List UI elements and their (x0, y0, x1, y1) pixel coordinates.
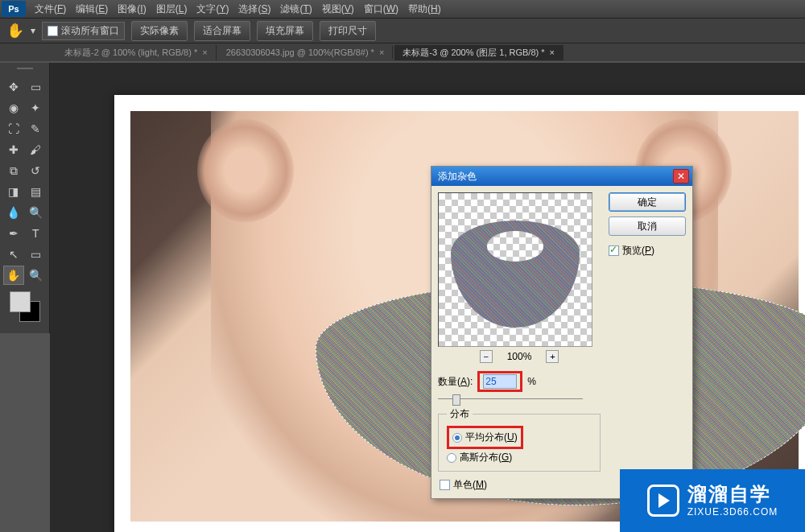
close-button[interactable]: ✕ (673, 169, 689, 184)
dialog-titlebar[interactable]: 添加杂色 ✕ (431, 167, 692, 186)
pen-tool[interactable]: ✒ (3, 224, 24, 243)
menu-layer[interactable]: 图层(L) (151, 0, 192, 19)
gaussian-radio[interactable]: 高斯分布(G) (447, 449, 592, 466)
print-size-button[interactable]: 打印尺寸 (320, 21, 376, 41)
distribution-group: 分布 平均分布(U) 高斯分布(G) (438, 407, 601, 472)
fit-screen-button[interactable]: 适合屏幕 (194, 21, 250, 41)
scroll-all-label: 滚动所有窗口 (61, 24, 119, 38)
type-tool[interactable]: T (26, 224, 47, 243)
zoom-tool[interactable]: 🔍 (26, 266, 47, 285)
checkbox-icon[interactable] (47, 26, 58, 36)
menu-file[interactable]: 文件(F) (30, 0, 71, 19)
checkbox-icon[interactable] (440, 480, 450, 490)
radio-icon[interactable] (452, 433, 462, 443)
slider-thumb[interactable] (452, 394, 460, 406)
cancel-button[interactable]: 取消 (609, 217, 686, 236)
color-swatches[interactable] (10, 291, 40, 322)
amount-unit: % (527, 376, 536, 387)
eraser-tool[interactable]: ◨ (3, 182, 24, 201)
scroll-all-windows-check[interactable]: 滚动所有窗口 (42, 22, 125, 40)
marquee-tool[interactable]: ▭ (26, 77, 47, 97)
healing-tool[interactable]: ✚ (3, 140, 24, 159)
tools-panel: ✥▭ ◉✦ ⛶✎ ✚🖌 ⧉↺ ◨▤ 💧🔍 ✒T ↖▭ ✋🔍 (0, 63, 50, 333)
preview-area[interactable] (438, 192, 592, 347)
amount-label: 数量(A): (438, 375, 473, 389)
checkbox-icon[interactable] (609, 245, 619, 256)
dodge-tool[interactable]: 🔍 (26, 203, 47, 222)
drag-handle-icon[interactable] (3, 68, 46, 74)
close-icon[interactable]: × (379, 47, 384, 57)
menu-type[interactable]: 文字(Y) (192, 0, 233, 19)
amount-input[interactable] (483, 374, 517, 389)
preview-checkbox[interactable]: 预览(P) (609, 244, 686, 258)
app-logo: Ps (2, 1, 26, 17)
crop-tool[interactable]: ⛶ (3, 119, 24, 138)
blur-tool[interactable]: 💧 (3, 203, 24, 222)
hand-tool[interactable]: ✋ (3, 266, 24, 285)
watermark-subtitle: ZIXUE.3D66.COM (687, 506, 778, 518)
brush-tool[interactable]: 🖌 (26, 140, 47, 159)
monochrome-check[interactable]: 单色(M) (438, 478, 601, 492)
play-icon (647, 485, 679, 517)
move-tool[interactable]: ✥ (3, 77, 24, 97)
zoom-in-button[interactable]: + (546, 350, 559, 363)
stamp-tool[interactable]: ⧉ (3, 161, 24, 180)
watermark: 溜溜自学 ZIXUE.3D66.COM (620, 469, 805, 532)
menu-window[interactable]: 窗口(W) (359, 0, 403, 19)
menu-filter[interactable]: 滤镜(T) (275, 0, 316, 19)
highlight-marker: 平均分布(U) (447, 426, 523, 449)
document-tab[interactable]: 未标题-2 @ 100% (light, RGB/8) * × (56, 45, 217, 60)
actual-pixels-button[interactable]: 实际像素 (131, 21, 188, 41)
foreground-color[interactable] (10, 291, 31, 312)
document-tabs: 未标题-2 @ 100% (light, RGB/8) * × 26630306… (0, 43, 805, 61)
radio-icon[interactable] (447, 453, 456, 463)
zoom-out-button[interactable]: − (480, 350, 493, 363)
highlight-marker (477, 371, 522, 392)
menu-edit[interactable]: 编辑(E) (71, 0, 113, 19)
lasso-tool[interactable]: ◉ (3, 98, 24, 118)
menu-image[interactable]: 图像(I) (113, 0, 151, 19)
tool-toggle-icon[interactable]: ▾ (31, 25, 35, 36)
uniform-radio[interactable]: 平均分布(U) (452, 429, 518, 446)
close-icon[interactable]: × (202, 47, 207, 57)
shape-tool[interactable]: ▭ (26, 245, 47, 264)
zoom-percent: 100% (507, 351, 532, 362)
menu-select[interactable]: 选择(S) (233, 0, 275, 19)
magic-wand-tool[interactable]: ✦ (26, 98, 47, 118)
menu-bar: Ps 文件(F) 编辑(E) 图像(I) 图层(L) 文字(Y) 选择(S) 滤… (0, 0, 805, 18)
amount-slider[interactable] (438, 397, 583, 401)
menu-view[interactable]: 视图(V) (317, 0, 359, 19)
options-bar: ✋ ▾ 滚动所有窗口 实际像素 适合屏幕 填充屏幕 打印尺寸 (0, 18, 805, 43)
menu-help[interactable]: 帮助(H) (403, 0, 446, 19)
path-tool[interactable]: ↖ (3, 245, 24, 264)
preview-shape (451, 221, 580, 328)
distribution-legend: 分布 (447, 407, 473, 421)
gradient-tool[interactable]: ▤ (26, 182, 47, 201)
add-noise-dialog: 添加杂色 ✕ − 100% + 数量(A): % (431, 166, 693, 499)
hand-tool-icon: ✋ (6, 22, 24, 39)
history-brush-tool[interactable]: ↺ (26, 161, 47, 180)
watermark-title: 溜溜自学 (687, 483, 778, 506)
document-tab[interactable]: 26630306043.jpg @ 100%(RGB/8#) * × (218, 46, 394, 59)
ok-button[interactable]: 确定 (609, 192, 686, 212)
fill-screen-button[interactable]: 填充屏幕 (257, 21, 313, 41)
close-icon[interactable]: × (550, 47, 555, 57)
eyedropper-tool[interactable]: ✎ (26, 119, 47, 138)
document-tab[interactable]: 未标题-3 @ 200% (图层 1, RGB/8) * × (394, 45, 564, 60)
dialog-title: 添加杂色 (438, 170, 477, 184)
